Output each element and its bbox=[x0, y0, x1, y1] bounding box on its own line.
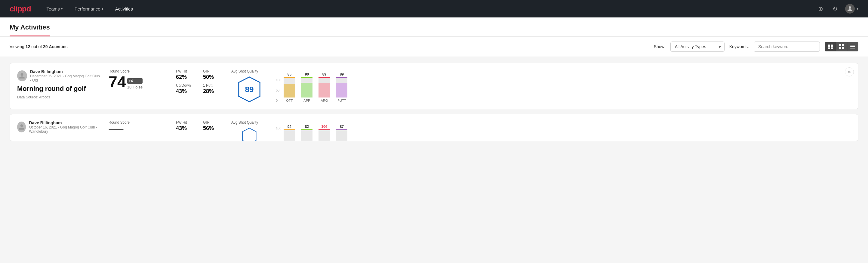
svg-rect-2 bbox=[828, 46, 830, 48]
user-name: Dave Billingham bbox=[29, 120, 101, 125]
round-score-label: Round Score bbox=[108, 69, 169, 74]
bar-arg-value: 89 bbox=[322, 72, 326, 77]
hexagon-wrapper-2 bbox=[231, 127, 268, 141]
activity-title: Morning round of golf bbox=[17, 85, 101, 93]
view-toggle bbox=[825, 42, 858, 52]
bar-ott-container bbox=[284, 77, 295, 97]
activities-list: ✏ Dave Billingham December 05, 2021 - Go… bbox=[0, 57, 868, 152]
bar-putt-container bbox=[336, 77, 347, 97]
nav-performance-label: Performance bbox=[74, 6, 100, 11]
svg-rect-10 bbox=[850, 45, 855, 46]
svg-rect-3 bbox=[831, 46, 833, 48]
nav-teams-label: Teams bbox=[46, 6, 60, 11]
bar-putt-line bbox=[336, 77, 347, 78]
svg-rect-12 bbox=[850, 48, 855, 49]
round-score-section: Round Score 74 +4 18 Holes bbox=[108, 69, 169, 91]
fw-hit-stat: FW Hit 62% bbox=[176, 69, 197, 80]
round-score-label-2: Round Score bbox=[108, 120, 169, 124]
stat-grid: FW Hit 62% GIR 50% Up/Down 43% 1 Putt 28… bbox=[176, 69, 224, 94]
nav-activities[interactable]: Activities bbox=[114, 4, 134, 14]
svg-rect-6 bbox=[839, 44, 841, 46]
edit-button[interactable]: ✏ bbox=[845, 67, 854, 77]
bar-ott-fill bbox=[284, 84, 295, 97]
view-list-button[interactable] bbox=[847, 42, 858, 51]
bar-app-fill bbox=[301, 83, 312, 97]
bar-putt: 89 PUTT bbox=[336, 72, 347, 102]
bar-putt-value: 89 bbox=[340, 72, 344, 77]
hexagon-2 bbox=[242, 127, 257, 141]
bar-putt-fill bbox=[336, 83, 347, 97]
score-bar-area bbox=[108, 125, 169, 134]
bar2-app: 82 bbox=[301, 124, 312, 141]
hexagon: 89 bbox=[237, 76, 261, 103]
view-list-detail-button[interactable] bbox=[825, 42, 836, 51]
stat-grid-section: FW Hit 62% GIR 50% Up/Down 43% 1 Putt 28… bbox=[176, 69, 224, 94]
activity-card: ✏ Dave Billingham December 05, 2021 - Go… bbox=[10, 63, 858, 109]
keyword-search-input[interactable] bbox=[754, 41, 820, 52]
chart2-y-100: 100 bbox=[276, 126, 281, 130]
fw-hit-stat-2: FW Hit 43% bbox=[176, 120, 197, 132]
bar-app-container bbox=[301, 77, 312, 97]
svg-rect-1 bbox=[831, 45, 833, 46]
score-value: 74 bbox=[108, 74, 126, 90]
score-holes: 18 Holes bbox=[127, 85, 143, 89]
svg-rect-9 bbox=[842, 47, 844, 49]
activity-type-select[interactable]: All Activity Types bbox=[671, 41, 724, 52]
avg-shot-quality-label: Avg Shot Quality bbox=[231, 69, 268, 74]
user-info: Dave Billingham December 05, 2021 - Gog … bbox=[17, 69, 101, 83]
nav-performance[interactable]: Performance ▾ bbox=[73, 4, 104, 14]
user-date: October 16, 2021 - Gog Magog Golf Club -… bbox=[29, 125, 101, 134]
activity-type-wrapper: All Activity Types bbox=[671, 41, 724, 52]
score-badge: +4 bbox=[127, 78, 143, 84]
svg-rect-4 bbox=[828, 48, 830, 49]
add-icon[interactable]: ⊕ bbox=[816, 4, 825, 13]
bar-app-line bbox=[301, 77, 312, 78]
keywords-label: Keywords: bbox=[730, 44, 749, 49]
card-info: Dave Billingham October 16, 2021 - Gog M… bbox=[17, 120, 101, 136]
shot-quality-section: Avg Shot Quality 89 bbox=[231, 69, 268, 103]
stat-grid-section-2: FW Hit 43% GIR 56% bbox=[176, 120, 224, 132]
svg-rect-0 bbox=[828, 45, 830, 46]
shot-quality-section-2: Avg Shot Quality bbox=[231, 120, 268, 141]
avatar bbox=[17, 122, 26, 133]
svg-rect-7 bbox=[842, 44, 844, 46]
app-logo: clippd bbox=[10, 4, 31, 13]
avg-shot-quality-label-2: Avg Shot Quality bbox=[231, 120, 268, 124]
gir-stat-2: GIR 56% bbox=[203, 120, 224, 132]
svg-rect-8 bbox=[839, 47, 841, 49]
navbar: clippd Teams ▾ Performance ▾ Activities … bbox=[0, 0, 868, 18]
hexagon-wrapper: 89 bbox=[231, 76, 268, 103]
navbar-right: ⊕ ↻ ▾ bbox=[816, 4, 858, 13]
user-details: Dave Billingham December 05, 2021 - Gog … bbox=[30, 69, 101, 83]
user-details: Dave Billingham October 16, 2021 - Gog M… bbox=[29, 120, 101, 134]
bar2-ott: 94 bbox=[284, 124, 295, 141]
bar-arg-label: ARG bbox=[320, 99, 328, 102]
score-placeholder-bar bbox=[108, 129, 124, 130]
shot-quality-chart: 100 50 0 85 OTT bbox=[275, 69, 851, 102]
viewing-label: Activities bbox=[49, 44, 68, 49]
data-source: Data Source: Arccos bbox=[17, 95, 101, 99]
bar2-putt: 87 bbox=[336, 124, 347, 141]
bar-ott-line bbox=[284, 77, 295, 78]
bar-ott: 85 OTT bbox=[284, 72, 295, 102]
bar-arg: 89 ARG bbox=[318, 72, 330, 102]
show-label: Show: bbox=[654, 44, 665, 49]
chart-y-0: 0 bbox=[276, 99, 281, 102]
chart-y-100: 100 bbox=[276, 78, 281, 82]
svg-rect-5 bbox=[831, 48, 833, 49]
card-info: Dave Billingham December 05, 2021 - Gog … bbox=[17, 69, 101, 99]
view-grid-button[interactable] bbox=[836, 42, 847, 51]
user-chevron-icon: ▾ bbox=[857, 7, 858, 11]
bar-putt-label: PUTT bbox=[337, 99, 346, 102]
bar2-arg: 106 bbox=[318, 124, 330, 141]
bar-app: 90 APP bbox=[301, 72, 312, 102]
shot-quality-chart-2: 100 94 82 bbox=[275, 120, 851, 141]
bar-arg-container bbox=[318, 77, 330, 97]
nav-teams[interactable]: Teams ▾ bbox=[45, 4, 64, 14]
user-menu[interactable]: ▾ bbox=[845, 4, 858, 13]
user-info: Dave Billingham October 16, 2021 - Gog M… bbox=[17, 120, 101, 134]
refresh-icon[interactable]: ↻ bbox=[831, 4, 839, 13]
teams-chevron-icon: ▾ bbox=[61, 7, 63, 10]
user-name: Dave Billingham bbox=[30, 69, 101, 74]
user-date: December 05, 2021 - Gog Magog Golf Club … bbox=[30, 74, 101, 83]
